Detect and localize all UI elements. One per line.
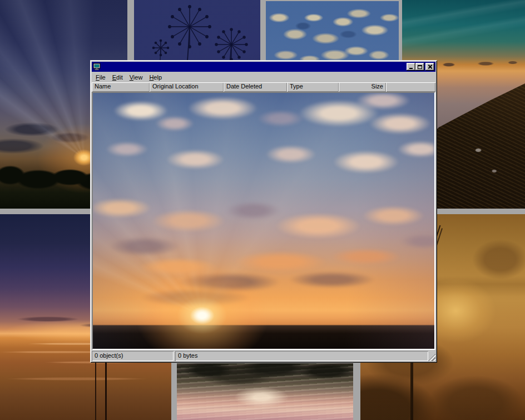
recycle-bin-window: File Edit View Help Name Original Locati… bbox=[90, 60, 437, 363]
maximize-button[interactable] bbox=[415, 63, 424, 71]
status-byte-count: 0 bytes bbox=[175, 351, 428, 361]
column-header-original-location[interactable]: Original Location bbox=[150, 82, 224, 92]
menu-help[interactable]: Help bbox=[146, 73, 165, 82]
column-header-date-deleted[interactable]: Date Deleted bbox=[224, 82, 287, 92]
desktop-collage: File Edit View Help Name Original Locati… bbox=[0, 0, 525, 420]
menu-edit[interactable]: Edit bbox=[109, 73, 126, 82]
status-object-count: 0 object(s) bbox=[92, 351, 174, 361]
column-header-empty[interactable] bbox=[386, 82, 435, 92]
column-header-name[interactable]: Name bbox=[92, 82, 150, 92]
menu-file[interactable]: File bbox=[92, 73, 109, 82]
setting-sun bbox=[93, 93, 434, 349]
menubar: File Edit View Help bbox=[92, 72, 435, 82]
minimize-button[interactable] bbox=[407, 63, 415, 71]
statusbar: 0 object(s) 0 bytes bbox=[92, 351, 435, 361]
column-header-type[interactable]: Type bbox=[287, 82, 339, 92]
close-button[interactable] bbox=[425, 63, 434, 71]
resize-grip[interactable] bbox=[428, 354, 435, 361]
menu-view[interactable]: View bbox=[126, 73, 146, 82]
column-header-size[interactable]: Size bbox=[339, 82, 386, 92]
bg-photo-water-reflections bbox=[177, 363, 353, 420]
titlebar[interactable] bbox=[92, 62, 435, 72]
file-list-area[interactable] bbox=[92, 92, 435, 350]
maximize-icon bbox=[418, 65, 422, 69]
close-icon bbox=[428, 65, 433, 69]
minimize-icon bbox=[409, 68, 413, 69]
computer-icon bbox=[93, 63, 101, 71]
column-header-row: Name Original Location Date Deleted Type… bbox=[92, 82, 435, 92]
